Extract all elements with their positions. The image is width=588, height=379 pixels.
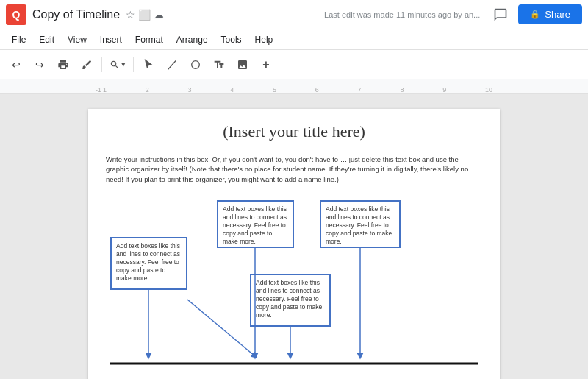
menu-edit[interactable]: Edit	[33, 32, 60, 47]
ruler-5: 5	[273, 86, 276, 93]
share-button[interactable]: 🔒 Share	[518, 4, 582, 24]
menu-file[interactable]: File	[6, 32, 32, 47]
canvas-area: (Insert your title here) Write your inst…	[0, 94, 588, 379]
lock-icon: 🔒	[530, 10, 540, 19]
undo-button[interactable]: ↩	[6, 54, 26, 75]
image-tool[interactable]	[232, 54, 253, 75]
app-icon: Q	[6, 4, 26, 25]
line-tool[interactable]	[162, 54, 182, 75]
print-button[interactable]	[53, 54, 74, 75]
zoom-control[interactable]: ▾	[107, 58, 129, 71]
redo-button[interactable]: ↪	[29, 54, 50, 75]
ruler-1: 1	[103, 86, 107, 93]
cloud-icon[interactable]: ☁	[154, 9, 164, 21]
slide-title[interactable]: (Insert your title here)	[88, 109, 500, 149]
document-title[interactable]: Copy of Timeline	[32, 8, 120, 21]
textbox-4-text: Add text boxes like this and lines to co…	[256, 279, 322, 319]
ruler-7: 7	[358, 86, 362, 93]
ruler-8: 8	[400, 86, 404, 93]
share-label: Share	[545, 9, 570, 20]
slide-content: (Insert your title here) Write your inst…	[88, 109, 500, 379]
menu-insert[interactable]: Insert	[94, 32, 128, 47]
more-tool[interactable]: +	[256, 54, 276, 75]
paint-button[interactable]	[76, 54, 97, 75]
menu-view[interactable]: View	[62, 32, 93, 47]
select-tool[interactable]	[138, 54, 159, 75]
slide[interactable]: (Insert your title here) Write your inst…	[88, 109, 500, 379]
title-bar: Q Copy of Timeline ☆ ⬜ ☁ Last edit was m…	[0, 0, 588, 29]
menu-help[interactable]: Help	[249, 32, 279, 47]
last-edit-label: Last edit was made 11 minutes ago by an.…	[324, 10, 480, 19]
svg-point-0	[192, 60, 200, 68]
slide-instructions[interactable]: Write your instructions in this box. Or,…	[88, 149, 500, 193]
timeline-area: Add text boxes like this and lines to co…	[103, 193, 485, 379]
ruler-3: 3	[188, 86, 192, 93]
toolbar: ↩ ↪ ▾ +	[0, 50, 588, 79]
toolbar-separator-1	[101, 57, 102, 72]
textbox-1-text: Add text boxes like this and lines to co…	[116, 242, 180, 282]
folder-icon[interactable]: ⬜	[138, 9, 151, 21]
textbox-1[interactable]: Add text boxes like this and lines to co…	[110, 237, 187, 290]
text-tool[interactable]	[209, 54, 229, 75]
textbox-3[interactable]: Add text boxes like this and lines to co…	[320, 200, 401, 248]
textbox-2-text: Add text boxes like this and lines to co…	[223, 205, 287, 245]
toolbar-separator-2	[133, 57, 134, 72]
ruler-2: 2	[146, 86, 149, 93]
ruler: -1 1 2 3 4 5 6 7 8 9 10	[0, 79, 588, 94]
textbox-3-text: Add text boxes like this and lines to co…	[326, 205, 392, 245]
ruler-9: 9	[442, 86, 446, 93]
textbox-2[interactable]: Add text boxes like this and lines to co…	[217, 200, 294, 248]
star-icon[interactable]: ☆	[126, 9, 135, 21]
zoom-dropdown-arrow: ▾	[121, 60, 126, 69]
textbox-4[interactable]: Add text boxes like this and lines to co…	[250, 274, 331, 327]
menu-tools[interactable]: Tools	[215, 32, 248, 47]
chat-icon[interactable]	[489, 3, 512, 26]
ruler-10: 10	[485, 86, 492, 93]
svg-line-6	[187, 300, 255, 356]
ruler-inner: -1 1 2 3 4 5 6 7 8 9 10	[0, 79, 588, 93]
menu-format[interactable]: Format	[129, 32, 169, 47]
menu-bar: File Edit View Insert Format Arrange Too…	[0, 29, 588, 50]
ruler-6: 6	[315, 86, 319, 93]
menu-arrange[interactable]: Arrange	[171, 32, 214, 47]
ruler-4: 4	[230, 86, 234, 93]
ruler-neg1: -1	[96, 86, 101, 93]
shape-tool[interactable]	[185, 54, 206, 75]
